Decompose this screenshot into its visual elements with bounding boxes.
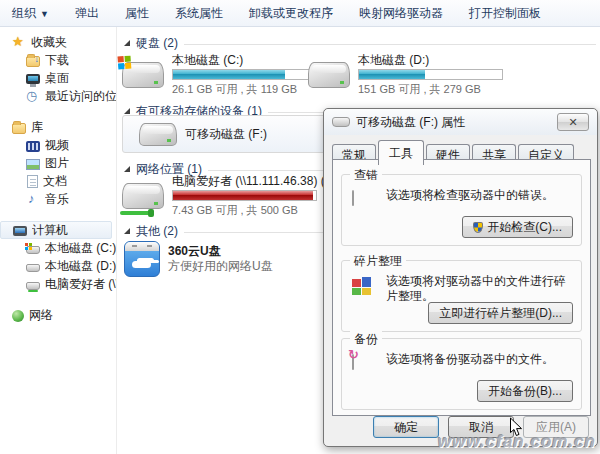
drive-icon bbox=[352, 190, 354, 206]
group-legend: 碎片整理 bbox=[350, 253, 406, 270]
music-icon bbox=[26, 192, 40, 206]
backup-arrow-icon: ↻ bbox=[348, 347, 359, 362]
eject-button[interactable]: 弹出 bbox=[75, 5, 99, 22]
sidebar-item-local-disk-d[interactable]: 本地磁盘 (D:) bbox=[0, 257, 116, 275]
sidebar-item-network-drive-z[interactable]: 电脑爱好者 (\\11.111.46.38) (Z:) bbox=[0, 275, 116, 293]
removable-drive-icon bbox=[139, 123, 177, 146]
ok-button[interactable]: 确定 bbox=[373, 416, 439, 438]
drive-tile-c[interactable]: 本地磁盘 (C:) 26.1 GB 可用 , 共 119 GB bbox=[122, 53, 334, 97]
sidebar-item-label: 电脑爱好者 (\\11.111.46.38) (Z:) bbox=[45, 275, 116, 293]
close-button[interactable]: ✕ bbox=[557, 113, 589, 131]
recent-places-icon bbox=[26, 89, 40, 103]
sidebar-item-videos[interactable]: 视频 bbox=[0, 136, 116, 154]
sidebar-group-computer[interactable]: 计算机 bbox=[0, 221, 112, 239]
button-label: 开始备份(B)... bbox=[488, 383, 562, 400]
sidebar-group-favorites[interactable]: 收藏夹 bbox=[0, 33, 116, 51]
section-title: 硬盘 (2) bbox=[136, 35, 178, 52]
item-caption: 方便好用的网络U盘 bbox=[168, 258, 273, 275]
dropdown-arrow-icon: ▼ bbox=[40, 9, 49, 19]
drive-name: 本地磁盘 (C:) bbox=[172, 53, 317, 67]
uac-shield-icon bbox=[473, 222, 483, 233]
sidebar-item-label: 下载 bbox=[45, 51, 69, 69]
collapse-triangle-icon[interactable] bbox=[124, 40, 130, 46]
organize-label: 组织 bbox=[12, 6, 36, 20]
section-header-hard-disks[interactable]: 硬盘 (2) bbox=[124, 35, 596, 51]
tab-strip: 常规工具硬件共享自定义 bbox=[332, 140, 576, 160]
drive-tile-d[interactable]: 本地磁盘 (D:) 151 GB 可用 , 共 279 GB bbox=[308, 53, 558, 97]
network-cable-icon bbox=[120, 211, 150, 215]
tab-tools[interactable]: 工具 bbox=[378, 140, 424, 165]
pictures-icon bbox=[26, 159, 40, 170]
sidebar-group-label: 网络 bbox=[29, 306, 53, 324]
backup-icon: ↻ bbox=[352, 354, 354, 370]
network-icon bbox=[12, 310, 24, 322]
removable-drive-icon bbox=[332, 117, 350, 127]
close-icon: ✕ bbox=[568, 117, 577, 128]
computer-icon bbox=[13, 226, 27, 236]
mouse-cursor-icon bbox=[509, 417, 523, 437]
capacity-bar bbox=[172, 190, 317, 201]
sidebar-item-music[interactable]: 音乐 bbox=[0, 190, 116, 208]
videos-icon bbox=[26, 141, 40, 152]
sidebar-item-label: 视频 bbox=[45, 136, 69, 154]
system-drive-icon bbox=[122, 62, 164, 88]
sidebar-item-desktop[interactable]: 桌面 bbox=[0, 69, 116, 87]
sidebar-item-local-disk-c[interactable]: 本地磁盘 (C:) bbox=[0, 239, 116, 257]
properties-button[interactable]: 属性 bbox=[125, 5, 149, 22]
check-now-button[interactable]: 开始检查(C)... bbox=[462, 216, 573, 238]
sidebar-group-label: 收藏夹 bbox=[31, 33, 67, 51]
tools-tab-page: 查错 该选项将检查驱动器中的错误。 开始检查(C)... 碎片整理 该选项将对驱… bbox=[332, 159, 591, 416]
system-properties-button[interactable]: 系统属性 bbox=[175, 5, 223, 22]
dialog-titlebar[interactable]: 可移动磁盘 (F:) 属性 ✕ bbox=[324, 109, 597, 135]
network-drive-icon bbox=[26, 282, 40, 290]
organize-button[interactable]: 组织▼ bbox=[12, 5, 49, 22]
uninstall-programs-button[interactable]: 卸载或更改程序 bbox=[249, 5, 333, 22]
item-name: 360云U盘 bbox=[168, 244, 273, 258]
collapse-triangle-icon[interactable] bbox=[124, 228, 130, 234]
sidebar-item-label: 本地磁盘 (D:) bbox=[45, 257, 116, 275]
sidebar-item-recent-places[interactable]: 最近访问的位置 bbox=[0, 87, 116, 105]
group-legend: 查错 bbox=[350, 167, 382, 184]
backup-now-button[interactable]: 开始备份(B)... bbox=[477, 380, 573, 402]
cloud-usb-tile[interactable]: 360云U盘 方便好用的网络U盘 bbox=[124, 237, 334, 281]
sidebar-item-downloads[interactable]: 下载 bbox=[0, 51, 116, 69]
group-description: 该选项将对驱动器中的文件进行碎片整理。 bbox=[386, 274, 571, 304]
sidebar-item-pictures[interactable]: 图片 bbox=[0, 154, 116, 172]
cloud-usb-icon bbox=[124, 241, 160, 277]
capacity-bar bbox=[172, 69, 317, 80]
drive-caption: 151 GB 可用 , 共 279 GB bbox=[358, 82, 503, 97]
drive-tile-f[interactable]: 可移动磁盘 (F:) bbox=[122, 115, 328, 153]
dialog-title: 可移动磁盘 (F:) 属性 bbox=[356, 114, 557, 131]
collapse-triangle-icon[interactable] bbox=[124, 108, 130, 114]
drive-icon bbox=[26, 264, 40, 272]
group-legend: 备份 bbox=[350, 331, 382, 348]
libraries-icon bbox=[12, 123, 26, 134]
sidebar-item-label: 图片 bbox=[45, 154, 69, 172]
star-icon bbox=[12, 35, 26, 49]
open-control-panel-button[interactable]: 打开控制面板 bbox=[469, 5, 541, 22]
sidebar-item-label: 文档 bbox=[43, 172, 67, 190]
windows-flag-icon bbox=[117, 55, 133, 71]
sidebar-group-network[interactable]: 网络 bbox=[0, 306, 116, 324]
sidebar-item-label: 最近访问的位置 bbox=[45, 87, 116, 105]
button-label: 立即进行碎片整理(D)... bbox=[439, 305, 562, 322]
system-drive-icon bbox=[26, 246, 40, 254]
error-checking-group: 查错 该选项将检查驱动器中的错误。 开始检查(C)... bbox=[341, 174, 582, 246]
collapse-triangle-icon[interactable] bbox=[124, 166, 130, 172]
map-network-drive-button[interactable]: 映射网络驱动器 bbox=[359, 5, 443, 22]
section-divider bbox=[184, 44, 596, 45]
sidebar-group-label: 计算机 bbox=[32, 222, 68, 238]
command-bar: 组织▼ 弹出 属性 系统属性 卸载或更改程序 映射网络驱动器 打开控制面板 bbox=[0, 0, 600, 27]
drive-name: 本地磁盘 (D:) bbox=[358, 53, 503, 67]
defragment-now-button[interactable]: 立即进行碎片整理(D)... bbox=[428, 302, 573, 324]
sidebar-item-label: 本地磁盘 (C:) bbox=[45, 239, 116, 257]
group-description: 该选项将检查驱动器中的错误。 bbox=[386, 188, 571, 203]
sidebar-item-documents[interactable]: 文档 bbox=[0, 172, 116, 190]
sidebar-group-label: 库 bbox=[31, 118, 43, 136]
sidebar-item-label: 桌面 bbox=[45, 69, 69, 87]
sidebar-group-libraries[interactable]: 库 bbox=[0, 118, 116, 136]
sidebar-item-label: 音乐 bbox=[45, 190, 69, 208]
network-drive-icon bbox=[122, 183, 164, 209]
group-description: 该选项将备份驱动器中的文件。 bbox=[386, 352, 571, 367]
capacity-bar bbox=[358, 69, 503, 80]
